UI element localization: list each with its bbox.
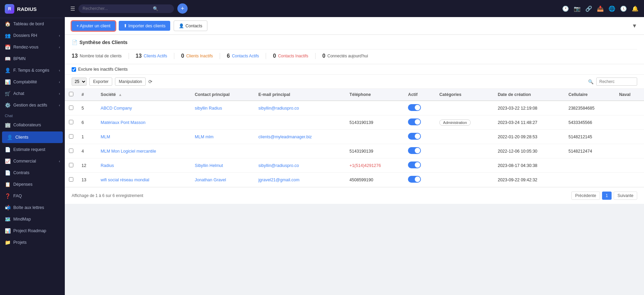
row-checkbox[interactable] [69,177,73,182]
email-link[interactable]: sibyllin@radiuspro.co [259,106,299,111]
contacts-button[interactable]: 👤 Contacts [174,20,207,31]
search-input[interactable] [83,6,151,11]
societe-link[interactable]: Radius [101,163,114,168]
societe-link[interactable]: wifi social réseau mondial [101,178,149,182]
email-link[interactable]: jgravel21@gmail.com [259,178,299,182]
video-icon[interactable]: 📷 [574,5,581,12]
clients-table: # Société ▲ Contact principal E-mail pri… [65,89,644,187]
societe-link[interactable]: MLM Mon Logiciel mercantile [101,149,156,154]
sidebar-item-tableau-de-bord[interactable]: 🏠 Tableau de bord [0,18,65,30]
contact-link[interactable]: MLM mlm [195,135,214,139]
table-search-input[interactable] [596,78,637,86]
prev-page-button[interactable]: Précédente [571,192,600,200]
sidebar-item-achat[interactable]: 🛒 Achat ‹ [0,88,65,99]
stat-inactifs-num: 0 [181,53,184,59]
th-actif[interactable]: Actif [404,89,435,101]
sidebar-item-clients[interactable]: 👤 Clients [2,131,63,143]
sidebar-item-label: Collaborateurs [13,123,41,127]
sidebar-item-projets[interactable]: 📁 Projets [0,237,65,248]
stat-contacts-actifs-num: 6 [227,53,230,59]
globe-icon[interactable]: 🌐 [609,5,615,12]
add-client-button[interactable]: + Ajouter un client [72,21,115,31]
sidebar-item-estimate-request[interactable]: 📄 Estimate request [0,144,65,155]
row-categories [435,158,494,173]
search-icon: 🔍 [153,6,158,11]
chevron-icon: ‹ [59,69,60,72]
sidebar-item-depenses[interactable]: 📋 Dépenses [0,179,65,190]
telephone-value[interactable]: +1(514)4291276 [350,163,381,168]
page-1-button[interactable]: 1 [602,192,612,200]
select-all-checkbox[interactable] [69,92,73,96]
refresh-icon[interactable]: ⟳ [148,79,152,84]
contact-link[interactable]: sibyllin Radius [195,106,222,111]
sidebar-item-dossiers-rh[interactable]: 👥 Dossiers RH ‹ [0,30,65,41]
sidebar-item-gestion-actifs[interactable]: ⚙️ Gestion des actifs ‹ [0,99,65,111]
societe-link[interactable]: ABCD Company [101,106,132,111]
row-email: clients@myleadmanager.biz [254,130,346,144]
menu-icon[interactable]: ☰ [70,5,75,12]
th-categories[interactable]: Catégories [435,89,494,101]
manipulation-button[interactable]: Manipulation [115,78,146,86]
next-page-button[interactable]: Suivante [614,192,637,200]
sidebar-item-rendez-vous[interactable]: 📅 Rendez-vous ‹ [0,41,65,53]
actif-toggle[interactable] [408,176,421,183]
history-icon[interactable]: 🕐 [562,5,569,12]
export-button[interactable]: Exporter [89,78,112,86]
import-clients-button[interactable]: ⬆ Importer des clients [119,21,171,31]
filter-button[interactable]: ▼ [632,23,637,29]
exclude-inactive-checkbox[interactable] [72,67,76,72]
th-naval[interactable]: Naval [615,89,644,101]
sidebar-item-faq[interactable]: ❓ FAQ [0,190,65,202]
clock-icon[interactable]: 🕔 [620,5,627,12]
sidebar-item-commercial[interactable]: 📈 Commercial ‹ [0,155,65,167]
sidebar-item-collaborateurs[interactable]: 🏢 Collaborateurs [0,119,65,131]
sidebar-item-contrats[interactable]: 📄 Contrats [0,167,65,179]
download-icon[interactable]: 📥 [597,5,604,12]
person-icon: 👤 [5,68,11,73]
chevron-icon: ‹ [59,159,60,163]
exclude-row: Exclure les inactifs Clients [65,64,644,75]
contact-link[interactable]: Sibyllin Helmut [195,163,223,168]
table-row: 5 ABCD Company sibyllin Radius sibyllin@… [65,101,644,115]
sidebar-item-boite-aux-lettres[interactable]: 📬 Boîte aux lettres [0,202,65,213]
row-checkbox[interactable] [69,106,73,110]
row-checkbox[interactable] [69,149,73,153]
bell-icon[interactable]: 🔔 [632,5,639,12]
row-cellulaire: 5148212145 [564,130,615,144]
row-checkbox[interactable] [69,120,73,124]
th-telephone[interactable]: Téléphone [346,89,404,101]
global-add-button[interactable]: + [177,3,188,14]
mailbox-icon: 📬 [5,205,11,210]
actif-toggle[interactable] [408,104,421,111]
sidebar-item-mindmap[interactable]: 🗺️ MindMap [0,213,65,225]
contact-link[interactable]: Jonathan Gravel [195,178,226,182]
sidebar-item-project-roadmap[interactable]: 📊 Project Roadmap [0,225,65,237]
email-link[interactable]: clients@myleadmanager.biz [259,135,312,139]
th-email[interactable]: E-mail principal [254,89,346,101]
row-checkbox[interactable] [69,163,73,167]
page-size-select[interactable]: 25 [72,78,87,86]
actif-toggle[interactable] [408,118,421,125]
sidebar-item-comptabilite[interactable]: 📊 Comptabilité ‹ [0,76,65,88]
share-icon[interactable]: 🔗 [585,5,592,12]
actif-toggle[interactable] [408,147,421,154]
row-checkbox[interactable] [69,134,73,139]
sidebar-item-label: Contrats [13,170,29,175]
societe-link[interactable]: Matériaux Pont Masson [101,120,145,125]
table-body: 5 ABCD Company sibyllin Radius sibyllin@… [65,101,644,187]
table-row: 4 MLM Mon Logiciel mercantile 5143190139… [65,144,644,158]
stat-connectes-num: 0 [322,53,325,59]
email-link[interactable]: sibyllin@radiuspro.co [259,163,299,168]
th-societe[interactable]: Société ▲ [97,89,191,101]
actif-toggle[interactable] [408,133,421,140]
th-cellulaire[interactable]: Cellulaire [564,89,615,101]
th-date[interactable]: Date de création [494,89,564,101]
actif-toggle[interactable] [408,161,421,168]
th-contact[interactable]: Contact principal [191,89,254,101]
sidebar-item-f-temps-conges[interactable]: 👤 F. Temps & congés ‹ [0,65,65,76]
home-icon: 🏠 [5,21,11,27]
sidebar-item-bpmn[interactable]: 📖 BPMN [0,53,65,65]
cart-icon: 🛒 [5,91,11,96]
societe-link[interactable]: MLM [101,135,110,139]
logo: R RADIUS [0,0,65,18]
